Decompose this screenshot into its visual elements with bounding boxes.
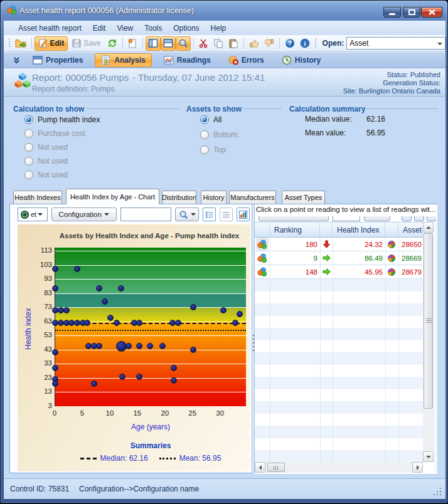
vertical-scrollbar[interactable] xyxy=(423,222,434,462)
scroll-left-button[interactable] xyxy=(255,462,265,473)
radio-button[interactable] xyxy=(24,143,33,152)
subtab-asset-types[interactable]: Asset Types xyxy=(282,191,325,204)
edit-button[interactable]: Edit xyxy=(35,36,68,51)
tab-readings[interactable]: Readings xyxy=(158,53,216,67)
reject-button[interactable] xyxy=(262,36,277,51)
data-point-large[interactable] xyxy=(116,341,127,352)
tab-errors[interactable]: Errors xyxy=(223,53,270,67)
configuration-dropdown[interactable]: Configuration xyxy=(51,207,117,221)
vscroll-thumb[interactable] xyxy=(424,233,433,409)
covered-mini-button[interactable] xyxy=(402,216,412,221)
radio-not-used[interactable]: Not used xyxy=(24,171,68,179)
data-point[interactable] xyxy=(136,343,142,349)
horizontal-scrollbar[interactable] xyxy=(255,462,423,473)
chart-search-field[interactable] xyxy=(120,207,172,221)
menu-edit[interactable]: Edit xyxy=(87,22,112,34)
covered-dropdown[interactable] xyxy=(259,216,329,221)
menu-asset-health-report[interactable]: Asset health report xyxy=(13,22,87,34)
radio-pump-health-index[interactable]: Pump health index xyxy=(24,115,100,124)
view-list-button[interactable] xyxy=(203,207,216,221)
tab-properties[interactable]: Properties xyxy=(27,53,88,67)
radio-purchase-cost[interactable]: Purchase cost xyxy=(24,129,85,138)
radio-button[interactable] xyxy=(200,130,209,139)
scroll-right-button[interactable] xyxy=(412,462,423,473)
info-button[interactable]: i xyxy=(297,36,312,51)
menu-help[interactable]: Help xyxy=(205,22,232,34)
menu-tools[interactable]: Tools xyxy=(139,22,168,34)
radio-top-[interactable]: Top: xyxy=(200,145,228,154)
radio-all[interactable]: All xyxy=(200,115,221,124)
table-row[interactable]: 986.4928669 xyxy=(255,251,423,265)
data-point[interactable] xyxy=(96,285,102,291)
scroll-up-button[interactable] xyxy=(423,222,434,233)
radio-not-used[interactable]: Not used xyxy=(24,157,68,165)
radio-button[interactable] xyxy=(24,157,33,165)
column-header-health-index[interactable]: Health Index xyxy=(333,223,385,237)
subtab-health-indexes[interactable]: Health Indexes xyxy=(13,191,62,204)
radio-bottom-[interactable]: Bottom: xyxy=(200,130,239,139)
refresh-button[interactable] xyxy=(105,36,120,51)
new-page-button[interactable] xyxy=(125,36,140,51)
hscroll-thumb[interactable] xyxy=(267,463,285,472)
column-header-ranking[interactable]: Ranking xyxy=(270,223,320,237)
chart-source-combo[interactable]: et xyxy=(18,207,48,221)
table-row[interactable]: 14845.9528679 xyxy=(255,265,423,279)
resize-grip[interactable] xyxy=(433,487,442,496)
menu-view[interactable]: View xyxy=(111,22,139,34)
tab-analysis[interactable]: Analysis xyxy=(95,53,151,67)
radio-button[interactable] xyxy=(24,115,33,124)
data-point[interactable] xyxy=(175,320,181,326)
radio-button[interactable] xyxy=(200,115,209,124)
save-button[interactable]: Save xyxy=(68,36,104,51)
covered-button[interactable] xyxy=(364,216,390,221)
layout-horizontal-button[interactable] xyxy=(161,36,176,51)
covered-field[interactable] xyxy=(333,216,360,221)
data-point[interactable] xyxy=(190,304,196,310)
radio-button[interactable] xyxy=(200,145,209,154)
chart-search-button[interactable] xyxy=(175,207,199,221)
subtab-health-index-by-age-chart[interactable]: Health Index by Age - Chart xyxy=(66,189,159,204)
zoom-button[interactable] xyxy=(176,36,191,51)
copy-button[interactable] xyxy=(211,36,226,51)
sub-tabstrip: Health IndexesHealth Index by Age - Char… xyxy=(4,189,445,204)
data-point[interactable] xyxy=(190,347,196,353)
covered-mini-button[interactable] xyxy=(414,216,424,221)
tab-history[interactable]: History xyxy=(276,53,326,67)
minimize-button[interactable] xyxy=(383,7,401,18)
menu-options[interactable]: Options xyxy=(168,22,205,34)
radio-button[interactable] xyxy=(24,129,33,138)
data-point[interactable] xyxy=(52,285,58,291)
maximize-button[interactable] xyxy=(403,7,420,18)
data-point[interactable] xyxy=(84,320,90,326)
cut-button[interactable] xyxy=(196,36,211,51)
view-chart-button[interactable] xyxy=(237,207,250,221)
open-report-button[interactable] xyxy=(13,36,29,51)
subtab-manufacturers[interactable]: Manufacturers xyxy=(229,191,276,204)
layout-vertical-button[interactable] xyxy=(146,36,161,51)
data-point[interactable] xyxy=(159,343,166,349)
scroll-down-button[interactable] xyxy=(423,451,434,462)
radio-button[interactable] xyxy=(24,171,33,179)
paste-button[interactable] xyxy=(226,36,241,51)
covered-mini-button[interactable] xyxy=(427,216,436,221)
data-point[interactable] xyxy=(52,381,58,387)
column-header-asset[interactable]: Asset xyxy=(398,223,423,237)
content-panel: etConfiguration Assets by Health Index a… xyxy=(9,204,437,473)
data-point[interactable] xyxy=(91,381,97,387)
data-point[interactable] xyxy=(232,320,238,326)
data-point[interactable] xyxy=(107,315,114,321)
help-button[interactable]: ? xyxy=(282,36,297,51)
approve-button[interactable] xyxy=(247,36,262,51)
plot-area[interactable] xyxy=(55,248,246,406)
data-point[interactable] xyxy=(220,307,227,313)
data-point[interactable] xyxy=(63,307,70,313)
subtab-history[interactable]: History xyxy=(201,191,227,204)
collapse-chevron-icon[interactable] xyxy=(13,56,21,65)
radio-not-used[interactable]: Not used xyxy=(24,143,68,152)
data-point[interactable] xyxy=(119,374,125,380)
table-row[interactable]: 18024.3228650 xyxy=(255,238,423,251)
subtab-distribution[interactable]: Distribution xyxy=(162,191,196,204)
view-report-button[interactable] xyxy=(220,207,233,221)
close-button[interactable] xyxy=(421,7,442,18)
open-combobox[interactable]: Asset xyxy=(346,37,445,50)
